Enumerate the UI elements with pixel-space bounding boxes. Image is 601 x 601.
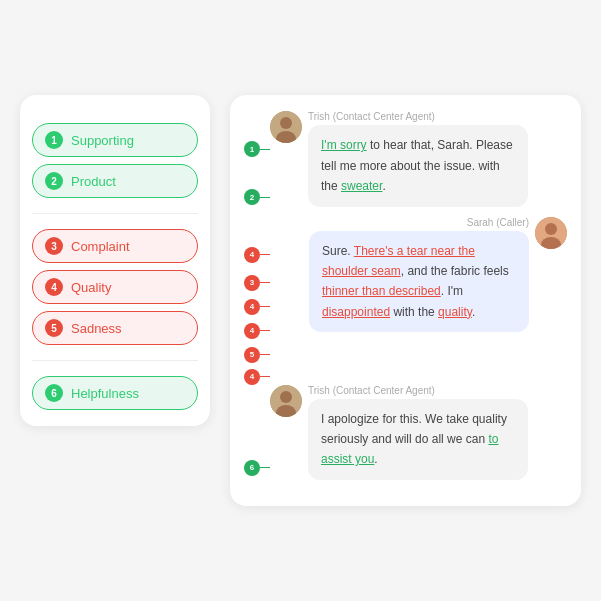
annotation-dot-4: 4 xyxy=(244,247,260,263)
text-segment: Sure. xyxy=(322,244,354,258)
text-segment: . xyxy=(472,305,475,319)
annotation-line xyxy=(260,282,270,284)
highlighted-text: thinner than described xyxy=(322,284,441,298)
annotation-line xyxy=(260,376,270,378)
highlighted-text: sweater xyxy=(341,179,382,193)
highlighted-text: quality xyxy=(438,305,472,319)
annotation-line xyxy=(260,197,270,199)
annotation-dot-2: 2 xyxy=(244,189,260,205)
text-segment: . xyxy=(382,179,385,193)
annotation-line xyxy=(260,254,270,256)
annotation-dot-5: 5 xyxy=(244,347,260,363)
chat-bubbles: 1 2 Trish (Contact Center Agent) I'm sor… xyxy=(244,111,567,479)
tag-number: 6 xyxy=(45,384,63,402)
annotation-line xyxy=(260,467,270,469)
svg-point-7 xyxy=(280,391,292,403)
agent-name-2: Trish (Contact Center Agent) xyxy=(308,385,528,396)
annotation-dot-4: 4 xyxy=(244,323,260,339)
agent-avatar xyxy=(270,111,302,143)
svg-point-1 xyxy=(280,117,292,129)
tag-label: Supporting xyxy=(71,133,134,148)
caller-message-2: Sarah (Caller) Sure. There's a tear near… xyxy=(309,217,567,333)
annotation-dot-6: 6 xyxy=(244,460,260,476)
caller-name: Sarah (Caller) xyxy=(309,217,529,228)
caller-message-row: 4 3 4 4 5 4 Sarah (Caller) xyxy=(244,217,567,385)
tag-number: 1 xyxy=(45,131,63,149)
text-segment: . xyxy=(374,452,377,466)
tag-item-sadness[interactable]: 5 Sadness xyxy=(32,311,198,345)
tag-number: 3 xyxy=(45,237,63,255)
tag-label: Sadness xyxy=(71,321,122,336)
annotation-dot-4: 4 xyxy=(244,299,260,315)
highlighted-text: disappointed xyxy=(322,305,390,319)
highlighted-text: I'm sorry xyxy=(321,138,367,152)
tag-item-supporting[interactable]: 1 Supporting xyxy=(32,123,198,157)
agent-avatar xyxy=(270,111,302,143)
agent-message-bubble-2: I apologize for this. We take quality se… xyxy=(308,399,528,480)
agent-message-1: Trish (Contact Center Agent) I'm sorry t… xyxy=(270,111,567,206)
annotation-line xyxy=(260,330,270,332)
caller-message-bubble: Sure. There's a tear near the shoulder s… xyxy=(309,231,529,333)
message-row-1: 1 2 Trish (Contact Center Agent) I'm sor… xyxy=(244,111,567,206)
tag-number: 2 xyxy=(45,172,63,190)
tag-label: Product xyxy=(71,174,116,189)
caller-avatar xyxy=(535,217,567,249)
annotation-dot-3: 3 xyxy=(244,275,260,291)
annotation-line xyxy=(260,354,270,356)
text-segment: , and the fabric feels xyxy=(401,264,509,278)
message-row-3: 6 Trish (Contact Center Agent) I apologi… xyxy=(244,385,567,480)
agent-message-bubble: I'm sorry to hear that, Sarah. Please te… xyxy=(308,125,528,206)
text-segment: I apologize for this. We take quality se… xyxy=(321,412,507,446)
agent-avatar-2 xyxy=(270,385,302,417)
text-segment: with the xyxy=(390,305,438,319)
caller-avatar xyxy=(535,217,567,249)
tag-item-product[interactable]: 2 Product xyxy=(32,164,198,198)
tag-item-complaint[interactable]: 3 Complaint xyxy=(32,229,198,263)
annotation-dot-1: 1 xyxy=(244,141,260,157)
annotation-dot-4: 4 xyxy=(244,369,260,385)
tag-item-helpfulness[interactable]: 6 Helpfulness xyxy=(32,376,198,410)
chat-panel: 1 2 Trish (Contact Center Agent) I'm sor… xyxy=(230,95,581,505)
tag-number: 5 xyxy=(45,319,63,337)
svg-point-4 xyxy=(545,223,557,235)
agent-name: Trish (Contact Center Agent) xyxy=(308,111,528,122)
tag-label: Complaint xyxy=(71,239,130,254)
annotation-line xyxy=(260,306,270,308)
tag-label: Quality xyxy=(71,280,111,295)
annotation-line xyxy=(260,149,270,151)
tag-number: 4 xyxy=(45,278,63,296)
tag-item-quality[interactable]: 4 Quality xyxy=(32,270,198,304)
agent-avatar xyxy=(270,385,302,417)
tag-list: 1 Supporting 2 Product 3 Complaint 4 Qua… xyxy=(32,123,198,410)
agent-message-3: Trish (Contact Center Agent) I apologize… xyxy=(270,385,567,480)
cx-insights-panel: 1 Supporting 2 Product 3 Complaint 4 Qua… xyxy=(20,95,210,426)
text-segment: . I'm xyxy=(441,284,463,298)
tag-label: Helpfulness xyxy=(71,386,139,401)
